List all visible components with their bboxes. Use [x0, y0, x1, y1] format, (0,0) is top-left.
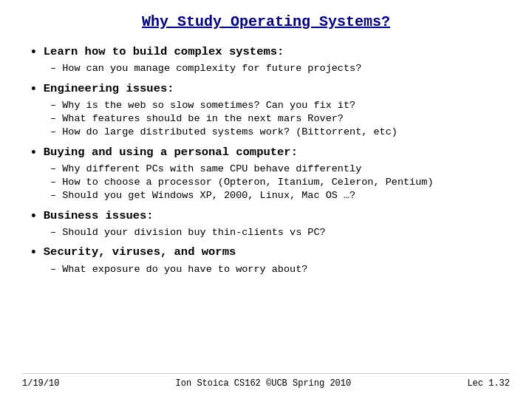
sub-text-3-2: – How to choose a processor (Opteron, It… [50, 176, 433, 189]
bullet-2: • Engineering issues: [30, 81, 502, 98]
bullet-3: • Buying and using a personal computer: [30, 145, 502, 162]
sub-text-3-1: – Why different PCs with same CPU behave… [50, 163, 361, 176]
footer-lecture: Lec 1.32 [467, 378, 510, 389]
title-section: Why Study Operating Systems? [22, 13, 510, 32]
sub-text-3-3: – Should you get Windows XP, 2000, Linux… [50, 189, 355, 202]
sub-bullets-2: – Why is the web so slow sometimes? Can … [50, 99, 502, 140]
sub-text-5-1: – What exposure do you have to worry abo… [50, 263, 307, 276]
sub-bullet-3-3: – Should you get Windows XP, 2000, Linux… [50, 189, 502, 202]
sub-bullet-3-2: – How to choose a processor (Opteron, It… [50, 176, 502, 189]
footer-course: Ion Stoica CS162 ©UCB Spring 2010 [176, 378, 352, 389]
bullet-dot-2: • [30, 81, 38, 98]
sub-bullet-3-1: – Why different PCs with same CPU behave… [50, 163, 502, 176]
sub-bullets-5: – What exposure do you have to worry abo… [50, 263, 502, 276]
bullet-text-2: Engineering issues: [44, 81, 174, 96]
bullet-text-4: Business issues: [44, 208, 154, 223]
bullet-4: • Business issues: [30, 208, 502, 225]
bullet-1: • Learn how to build complex systems: [30, 44, 502, 61]
bullet-text-1: Learn how to build complex systems: [44, 44, 284, 59]
footer-date: 1/19/10 [22, 378, 59, 389]
bullet-dot-4: • [30, 208, 38, 225]
sub-bullet-5-1: – What exposure do you have to worry abo… [50, 263, 502, 276]
sub-bullet-1-1: – How can you manage complexity for futu… [50, 62, 502, 75]
sub-bullet-2-3: – How do large distributed systems work?… [50, 126, 502, 139]
bullet-5: • Security, viruses, and worms [30, 245, 502, 262]
sub-text-4-1: – Should your division buy thin-clients … [50, 226, 326, 239]
sub-bullet-4-1: – Should your division buy thin-clients … [50, 226, 502, 239]
sub-bullet-2-1: – Why is the web so slow sometimes? Can … [50, 99, 502, 112]
sub-text-2-1: – Why is the web so slow sometimes? Can … [50, 99, 355, 112]
bullet-dot-5: • [30, 245, 38, 262]
bullet-dot-3: • [30, 145, 38, 162]
footer: 1/19/10 Ion Stoica CS162 ©UCB Spring 201… [22, 373, 510, 389]
content-area: • Learn how to build complex systems: – … [22, 39, 510, 370]
sub-bullets-1: – How can you manage complexity for futu… [50, 62, 502, 75]
sub-text-2-3: – How do large distributed systems work?… [50, 126, 398, 139]
sub-bullet-2-2: – What features should be in the next ma… [50, 112, 502, 126]
sub-bullets-4: – Should your division buy thin-clients … [50, 226, 502, 239]
sub-text-2-2: – What features should be in the next ma… [50, 112, 344, 126]
sub-bullets-3: – Why different PCs with same CPU behave… [50, 163, 502, 203]
bullet-text-3: Buying and using a personal computer: [44, 145, 298, 160]
sub-text-1-1: – How can you manage complexity for futu… [50, 62, 361, 75]
slide-container: Why Study Operating Systems? • Learn how… [0, 0, 532, 399]
slide-title: Why Study Operating Systems? [142, 13, 390, 32]
bullet-dot-1: • [30, 44, 38, 61]
bullet-text-5: Security, viruses, and worms [44, 245, 236, 259]
